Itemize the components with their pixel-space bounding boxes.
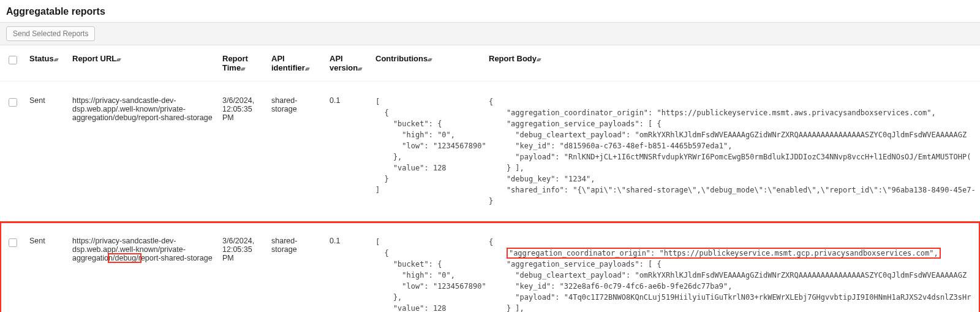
cell-report-body: { "aggregation_coordinator_origin": "htt… — [484, 222, 980, 313]
send-selected-button[interactable]: Send Selected Reports — [6, 26, 95, 41]
col-api-version[interactable]: API version▴▾ — [325, 45, 371, 82]
col-contributions[interactable]: Contributions▴▾ — [371, 45, 484, 82]
highlight-coordinator-origin: "aggregation_coordinator_origin": "https… — [507, 248, 941, 259]
row-checkbox[interactable] — [9, 238, 17, 247]
table-header-row: Status▴▾ Report URL▴▾ Report Time▴▾ API … — [0, 45, 980, 82]
cell-contributions: [ { "bucket": { "high": "0", "low": "123… — [371, 82, 484, 222]
cell-api: shared-storage — [266, 222, 325, 313]
col-status[interactable]: Status▴▾ — [24, 45, 67, 82]
cell-report-body: { "aggregation_coordinator_origin": "htt… — [484, 82, 980, 222]
cell-api: shared-storage — [266, 82, 325, 222]
cell-time: 3/6/2024, 12:05:35 PM — [217, 82, 266, 222]
col-report-body[interactable]: Report Body▴▾ — [484, 45, 980, 82]
cell-version: 0.1 — [325, 222, 371, 313]
toolbar: Send Selected Reports — [0, 22, 980, 45]
highlight-debug-path: n/debug/r — [108, 254, 141, 262]
cell-version: 0.1 — [325, 82, 371, 222]
cell-status: Sent — [24, 222, 67, 313]
select-all-cell — [0, 45, 24, 82]
col-api-identifier[interactable]: API identifier▴▾ — [266, 45, 325, 82]
table-row: Sent https://privacy-sandcastle-dev-dsp.… — [0, 222, 980, 313]
cell-status: Sent — [24, 82, 67, 222]
row-checkbox[interactable] — [9, 98, 17, 107]
cell-url: https://privacy-sandcastle-dev-dsp.web.a… — [67, 82, 217, 222]
url-text: https://privacy-sandcastle-dev-dsp.web.a… — [72, 237, 213, 262]
cell-url: https://privacy-sandcastle-dev-dsp.web.a… — [67, 222, 217, 313]
cell-contributions: [ { "bucket": { "high": "0", "low": "123… — [371, 222, 484, 313]
cell-time: 3/6/2024, 12:05:35 PM — [217, 222, 266, 313]
select-all-checkbox[interactable] — [9, 56, 17, 64]
col-report-url[interactable]: Report URL▴▾ — [67, 45, 217, 82]
reports-table: Status▴▾ Report URL▴▾ Report Time▴▾ API … — [0, 45, 980, 312]
col-report-time[interactable]: Report Time▴▾ — [217, 45, 266, 82]
page-title: Aggregatable reports — [6, 6, 980, 17]
table-row: Sent https://privacy-sandcastle-dev-dsp.… — [0, 82, 980, 222]
